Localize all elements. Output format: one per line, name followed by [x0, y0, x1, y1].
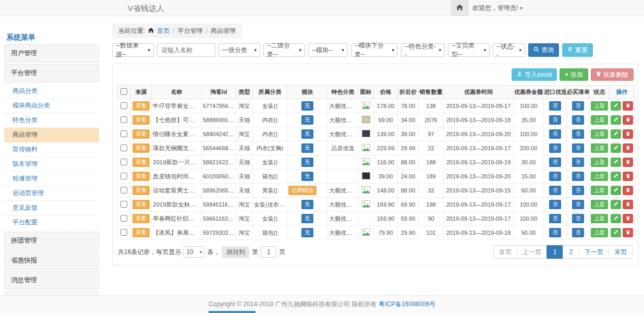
sidebar-subitem[interactable]: 商品分类 [4, 84, 99, 99]
horizontal-scrollbar-thumb[interactable] [209, 311, 256, 313]
import-select-toggle[interactable]: 否 [549, 186, 561, 195]
import-select-toggle[interactable]: 否 [549, 214, 561, 223]
data-source-select[interactable]: --数据来源--▾ [112, 43, 154, 57]
status-toggle[interactable]: 上架 [591, 200, 608, 209]
delete-button[interactable] [623, 158, 633, 167]
feature-category-select[interactable]: --特色分类--▾ [401, 43, 445, 57]
row-checkbox[interactable] [120, 116, 127, 123]
reset-button[interactable]: 重置 [562, 43, 593, 57]
item-type-select[interactable]: --宝贝类型--▾ [448, 43, 490, 57]
edit-button[interactable] [611, 158, 621, 167]
must-buy-toggle[interactable]: 否 [572, 115, 584, 125]
delete-button[interactable] [623, 186, 633, 195]
import-excel-button[interactable]: 导入excel [512, 68, 557, 81]
sidebar-group-item[interactable]: 省惠快报 [4, 251, 99, 270]
must-buy-toggle[interactable]: 否 [572, 158, 584, 167]
sidebar-group-item[interactable]: 平台管理 [4, 64, 99, 82]
batch-delete-button[interactable]: 批量删除 [591, 68, 634, 81]
status-toggle[interactable]: 上架 [591, 186, 608, 195]
level2-category-select[interactable]: --二级分类--▾ [263, 43, 305, 57]
status-toggle[interactable]: 上架 [591, 115, 608, 125]
sidebar-subitem[interactable]: 模块商品分类 [4, 99, 99, 113]
edit-button[interactable] [611, 129, 621, 139]
delete-button[interactable] [623, 172, 633, 181]
sidebar-group-item[interactable]: 拼团管理 [4, 232, 99, 250]
import-select-toggle[interactable]: 否 [549, 115, 561, 125]
import-select-toggle[interactable]: 否 [549, 200, 561, 209]
must-buy-toggle[interactable]: 否 [572, 186, 584, 195]
status-toggle[interactable]: 上架 [591, 129, 608, 139]
page-button[interactable]: 2 [563, 245, 579, 259]
import-select-toggle[interactable]: 否 [549, 172, 561, 181]
row-checkbox[interactable] [120, 102, 127, 109]
must-buy-toggle[interactable]: 否 [572, 228, 584, 237]
delete-button[interactable] [623, 115, 633, 125]
must-buy-toggle[interactable]: 否 [572, 143, 584, 153]
edit-button[interactable] [611, 228, 621, 237]
import-select-toggle[interactable]: 否 [549, 228, 561, 237]
select-all-checkbox[interactable] [120, 88, 127, 95]
sidebar-subitem[interactable]: 轮播管理 [4, 172, 99, 186]
status-select[interactable]: --状态--▾ [493, 43, 525, 57]
status-toggle[interactable]: 上架 [591, 228, 608, 237]
home-button[interactable] [451, 0, 468, 16]
edit-button[interactable] [611, 200, 621, 209]
status-toggle[interactable]: 上架 [591, 101, 608, 111]
edit-button[interactable] [611, 214, 621, 223]
sidebar-group-item[interactable]: 用户管理 [4, 44, 99, 63]
sidebar-subitem[interactable]: 商品管理 [4, 128, 99, 142]
must-buy-toggle[interactable]: 否 [572, 101, 584, 111]
edit-button[interactable] [611, 143, 621, 153]
level1-category-select[interactable]: 一级分类▾ [218, 43, 260, 57]
must-buy-toggle[interactable]: 否 [572, 129, 584, 139]
import-select-toggle[interactable]: 否 [549, 158, 561, 167]
breadcrumb-home-link[interactable]: 首页 [157, 27, 169, 35]
per-page-select[interactable]: 10▾ [184, 246, 204, 258]
edit-button[interactable] [611, 115, 621, 125]
row-checkbox[interactable] [120, 229, 127, 236]
import-select-toggle[interactable]: 否 [549, 143, 561, 153]
add-button[interactable]: + 添加 [560, 68, 588, 81]
page-button[interactable]: 1 [546, 245, 563, 259]
must-buy-toggle[interactable]: 否 [572, 172, 584, 181]
sidebar-subitem[interactable]: 特色分类 [4, 113, 99, 128]
status-toggle[interactable]: 上架 [591, 214, 608, 223]
delete-button[interactable] [623, 228, 633, 237]
row-checkbox[interactable] [120, 215, 127, 222]
delete-button[interactable] [623, 143, 633, 153]
search-button[interactable]: 查询 [528, 43, 559, 57]
icp-link[interactable]: 粤ICP备16098006号 [379, 300, 435, 308]
import-select-toggle[interactable]: 否 [549, 129, 561, 139]
sidebar-subitem[interactable]: 意见反馈 [4, 201, 99, 215]
status-toggle[interactable]: 上架 [591, 172, 608, 181]
sidebar-subitem[interactable]: 版本管理 [4, 157, 99, 172]
sidebar-group-item[interactable]: 消息管理 [4, 271, 99, 290]
sidebar-subitem[interactable]: 启动页管理 [4, 186, 99, 201]
delete-button[interactable] [623, 214, 633, 223]
row-checkbox[interactable] [120, 159, 127, 165]
delete-button[interactable] [623, 200, 633, 209]
page-number-input[interactable] [261, 246, 276, 258]
row-checkbox[interactable] [120, 201, 127, 208]
delete-button[interactable] [623, 101, 633, 111]
row-checkbox[interactable] [120, 173, 127, 179]
row-checkbox[interactable] [120, 130, 127, 137]
import-select-toggle[interactable]: 否 [549, 101, 561, 111]
delete-button[interactable] [623, 129, 633, 139]
module-subcategory-select[interactable]: --模块下分类--▾ [351, 43, 398, 57]
jump-button[interactable]: 跳转到 [222, 246, 249, 258]
must-buy-toggle[interactable]: 否 [572, 200, 584, 209]
status-toggle[interactable]: 上架 [591, 143, 608, 153]
row-checkbox[interactable] [120, 145, 127, 151]
sidebar-subitem[interactable]: 宣传物料 [4, 142, 99, 157]
edit-button[interactable] [611, 172, 621, 181]
page-button[interactable]: 下一页 [579, 245, 609, 259]
name-search-input[interactable] [157, 43, 215, 57]
status-toggle[interactable]: 上架 [591, 158, 608, 167]
row-checkbox[interactable] [120, 187, 127, 194]
page-button[interactable]: 末页 [609, 245, 633, 259]
module-select[interactable]: --模块--▾ [308, 43, 348, 57]
edit-button[interactable] [611, 186, 621, 195]
user-menu[interactable]: 欢迎您，管理员!▾ [472, 0, 523, 16]
edit-button[interactable] [611, 101, 621, 111]
